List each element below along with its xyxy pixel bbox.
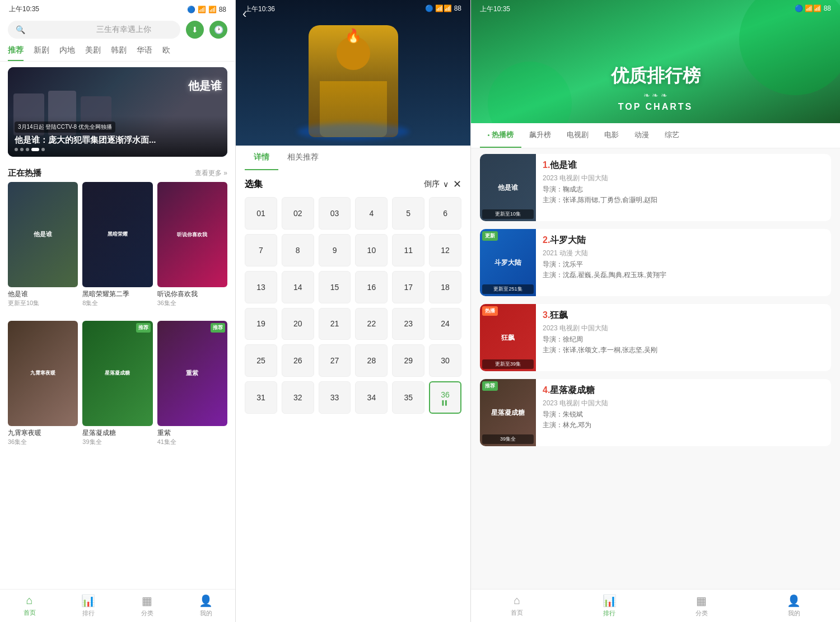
- profile-label-3: 我的: [788, 609, 800, 618]
- category-label-3: 分类: [696, 609, 708, 618]
- nav-category-3[interactable]: ▦ 分类: [656, 594, 748, 618]
- drama-name-4: 星落凝成糖: [82, 428, 152, 438]
- episode-btn-0[interactable]: 01: [245, 197, 277, 230]
- history-button[interactable]: 🕐: [209, 21, 227, 39]
- episode-btn-21[interactable]: 22: [355, 308, 388, 340]
- time-2: 上午10:36: [245, 4, 275, 14]
- episode-btn-8[interactable]: 9: [319, 234, 351, 266]
- episode-btn-30[interactable]: 31: [245, 381, 277, 414]
- episode-btn-22[interactable]: 23: [392, 308, 424, 340]
- episode-btn-2[interactable]: 03: [319, 197, 351, 230]
- episode-btn-3[interactable]: 4: [355, 197, 388, 230]
- episode-btn-1[interactable]: 02: [282, 197, 314, 230]
- drama-card-4[interactable]: 星落凝成糖 推荐 星落凝成糖 39集全: [82, 321, 152, 455]
- drama-card-1[interactable]: 黑暗荣耀 黑暗荣耀第二季 8集全: [82, 182, 152, 316]
- tab-kr[interactable]: 韩剧: [111, 41, 127, 61]
- episode-btn-23[interactable]: 24: [429, 308, 461, 340]
- search-bar[interactable]: 🔍 三生有幸遇上你: [8, 21, 180, 39]
- chart-meta-1: 2021 动漫 大陆: [543, 249, 824, 258]
- tab-eu[interactable]: 欧: [162, 41, 170, 61]
- episode-btn-34[interactable]: 35: [392, 381, 424, 414]
- home-label-1: 首页: [24, 609, 36, 617]
- see-more-link[interactable]: 查看更多 »: [195, 169, 227, 178]
- drama-name-3: 九霄寒夜暖: [8, 428, 78, 438]
- episode-btn-32[interactable]: 33: [319, 381, 351, 414]
- episode-btn-6[interactable]: 7: [245, 234, 277, 266]
- episode-btn-27[interactable]: 28: [355, 344, 388, 377]
- chart-tab-variety[interactable]: 综艺: [657, 123, 687, 148]
- episode-btn-19[interactable]: 20: [282, 308, 314, 340]
- back-button[interactable]: ‹: [242, 7, 246, 21]
- tab-new[interactable]: 新剧: [34, 41, 49, 61]
- nav-profile-1[interactable]: 👤 我的: [176, 594, 235, 618]
- drama-card-3[interactable]: 九霄寒夜暖 九霄寒夜暖 36集全: [8, 321, 78, 455]
- drama-card-5[interactable]: 重紫 推荐 重紫 41集全: [157, 321, 227, 455]
- chart-item-0[interactable]: 他是谁 更新至10集 1.他是谁 2023 电视剧 中国大陆 导演：鞠成志 主演…: [480, 154, 831, 221]
- episode-btn-16[interactable]: 17: [392, 271, 424, 303]
- chart-item-2[interactable]: 狂飙 热播 更新至39集 3.狂飙 2023 电视剧 中国大陆 导演：徐纪周 主…: [480, 304, 831, 371]
- episode-btn-11[interactable]: 12: [429, 234, 461, 266]
- episode-btn-18[interactable]: 19: [245, 308, 277, 340]
- chart-item-1[interactable]: 斗罗大陆 更新 更新至251集 2.斗罗大陆 2021 动漫 大陆 导演：沈乐平…: [480, 229, 831, 296]
- sort-button[interactable]: 倒序 ∨: [424, 179, 449, 189]
- drama-card-0[interactable]: 他是谁 他是谁 更新至10集: [8, 182, 78, 316]
- chart-tab-movie[interactable]: 电影: [596, 123, 627, 148]
- episode-btn-15[interactable]: 16: [355, 271, 388, 303]
- episode-btn-9[interactable]: 10: [355, 234, 388, 266]
- close-button[interactable]: ✕: [453, 178, 461, 190]
- chevron-down-icon: ∨: [443, 180, 449, 189]
- nav-rank-1[interactable]: 📊 排行: [59, 594, 118, 618]
- bottom-nav-3: ⌂ 首页 📊 排行 ▦ 分类 👤 我的: [471, 589, 840, 622]
- episode-btn-28[interactable]: 29: [392, 344, 424, 377]
- episode-title: 选集: [245, 179, 263, 190]
- chart-director-1: 导演：沈乐平: [543, 260, 824, 269]
- chart-item-3[interactable]: 星落凝成糖 推荐 39集全 4.星落凝成糖 2023 电视剧 中国大陆 导演：朱…: [480, 379, 831, 446]
- panel-home: 上午10:35 🔵 📶 📶 88 🔍 三生有幸遇上你 ⬇ 🕐 推荐 新剧 内地 …: [0, 0, 235, 622]
- episode-btn-35[interactable]: 36▌▌: [429, 381, 461, 414]
- episode-btn-24[interactable]: 25: [245, 344, 277, 377]
- nav-category-1[interactable]: ▦ 分类: [118, 594, 176, 618]
- episode-btn-31[interactable]: 32: [282, 381, 314, 414]
- chart-tab-hot[interactable]: 热播榜: [480, 123, 521, 148]
- bottom-nav-1: ⌂ 首页 📊 排行 ▦ 分类 👤 我的: [0, 589, 235, 622]
- chart-tab-rising[interactable]: 飙升榜: [521, 123, 559, 148]
- episode-btn-25[interactable]: 26: [282, 344, 314, 377]
- episode-btn-26[interactable]: 27: [319, 344, 351, 377]
- episode-btn-12[interactable]: 13: [245, 271, 277, 303]
- episode-btn-17[interactable]: 18: [429, 271, 461, 303]
- chart-director-2: 导演：徐纪周: [543, 335, 824, 344]
- tab-related[interactable]: 相关推荐: [278, 146, 328, 170]
- episode-btn-29[interactable]: 30: [429, 344, 461, 377]
- episode-btn-20[interactable]: 21: [319, 308, 351, 340]
- episode-btn-4[interactable]: 5: [392, 197, 424, 230]
- episode-btn-33[interactable]: 34: [355, 381, 388, 414]
- tab-mainland[interactable]: 内地: [59, 41, 75, 61]
- hot-section-header: 正在热播 查看更多 »: [0, 162, 235, 182]
- tab-us[interactable]: 美剧: [85, 41, 101, 61]
- episode-btn-5[interactable]: 6: [429, 197, 461, 230]
- chart-info-1: 2.斗罗大陆 2021 动漫 大陆 导演：沈乐平 主演：沈磊,翟巍,吴磊,陶典,…: [543, 229, 831, 296]
- episode-btn-14[interactable]: 15: [319, 271, 351, 303]
- tab-recommend[interactable]: 推荐: [8, 41, 24, 61]
- chart-info-2: 3.狂飙 2023 电视剧 中国大陆 导演：徐纪周 主演：张译,张颂文,李一桐,…: [543, 304, 831, 371]
- download-button[interactable]: ⬇: [186, 21, 204, 39]
- chart-tab-tv[interactable]: 电视剧: [559, 123, 596, 148]
- nav-profile-3[interactable]: 👤 我的: [748, 594, 840, 618]
- episode-btn-10[interactable]: 11: [392, 234, 424, 266]
- category-tabs: 推荐 新剧 内地 美剧 韩剧 华语 欧: [0, 41, 235, 62]
- tab-detail[interactable]: 详情: [245, 146, 278, 170]
- drama-ep-0: 更新至10集: [8, 299, 78, 307]
- chart-tab-anime[interactable]: 动漫: [627, 123, 657, 148]
- nav-home-1[interactable]: ⌂ 首页: [0, 594, 59, 618]
- profile-icon-1: 👤: [199, 594, 213, 607]
- search-text: 三生有幸遇上你: [96, 25, 172, 35]
- episode-btn-13[interactable]: 14: [282, 271, 314, 303]
- nav-home-3[interactable]: ⌂ 首页: [471, 594, 563, 618]
- nav-rank-3[interactable]: 📊 排行: [563, 594, 656, 618]
- episode-btn-7[interactable]: 8: [282, 234, 314, 266]
- chart-name-0: 他是谁: [550, 160, 577, 170]
- hero-banner[interactable]: 他是谁 3月14日起 登陆CCTV-8 优先全网独播 他是谁：庞大的犯罪集团逐渐…: [8, 67, 227, 157]
- drama-card-2[interactable]: 听说你喜欢我 听说你喜欢我 36集全: [157, 182, 227, 316]
- decorative-blob-2: [488, 62, 572, 123]
- tab-chinese[interactable]: 华语: [137, 41, 152, 61]
